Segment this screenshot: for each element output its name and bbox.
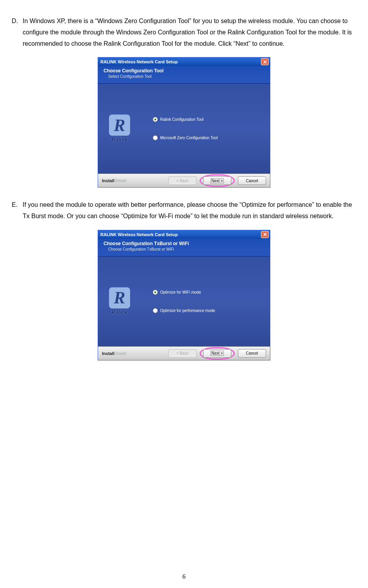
button-group: < Back Next > Cancel [168, 347, 266, 360]
dialog-header-subtitle: Choose Configuration TxBurst or WiFi [108, 247, 266, 251]
brand-bold: Install [102, 178, 114, 183]
window-title: RALINK Wireless Network Card Setup [100, 59, 178, 64]
dialog-header: Choose Configuration Tool Select Configu… [98, 66, 270, 84]
cancel-button[interactable]: Cancel [238, 349, 266, 358]
button-group: < Back Next > Cancel [168, 174, 266, 187]
installer-dialog[interactable]: RALINK Wireless Network Card Setup Choos… [98, 57, 270, 188]
ralink-logo-icon: R [109, 115, 130, 136]
brand-column: R Ralink [98, 256, 141, 346]
dialog-body: R Ralink Optimize for WiFi mode Optimize… [98, 256, 270, 346]
radio-option[interactable]: Optimize for WiFi mode [153, 290, 270, 295]
figure-dialog-1: RALINK Wireless Network Card Setup Choos… [12, 57, 356, 188]
brand-bold: Install [102, 351, 114, 356]
brand-text: Ralink [111, 136, 128, 143]
brand-grey: Shield [114, 351, 127, 356]
next-button-label: Next > [211, 351, 223, 356]
window-title: RALINK Wireless Network Card Setup [100, 232, 178, 237]
highlight-annotation: Next > [200, 174, 235, 187]
ralink-logo-icon: R [109, 287, 130, 308]
highlight-annotation: Next > [200, 347, 235, 360]
dialog-header-subtitle: Select Configuration Tool [108, 74, 266, 79]
radio-icon[interactable] [153, 117, 158, 122]
dialog-footer: InstallShield < Back Next > Cancel [98, 174, 270, 187]
radio-option[interactable]: Microsoft Zero Configuration Tool [153, 135, 270, 140]
brand-column: R Ralink [98, 84, 141, 174]
next-button[interactable]: Next > [203, 176, 231, 185]
radio-options: Ralink Configuration Tool Microsoft Zero… [141, 84, 270, 174]
dialog-body: R Ralink Ralink Configuration Tool Micro… [98, 84, 270, 174]
radio-option[interactable]: Ralink Configuration Tool [153, 117, 270, 122]
radio-icon[interactable] [153, 290, 158, 295]
dialog-header-title: Choose Configuration Tool [104, 68, 266, 74]
radio-icon[interactable] [153, 308, 158, 313]
step-marker: E. [12, 199, 23, 222]
radio-label: Optimize for WiFi mode [160, 290, 201, 294]
radio-option[interactable]: Optimize for performance mode [153, 308, 270, 313]
brand-grey: Shield [114, 178, 127, 183]
step-d: D. In Windows XP, there is a “Windows Ze… [12, 16, 356, 49]
cancel-button[interactable]: Cancel [238, 176, 266, 185]
radio-options: Optimize for WiFi mode Optimize for perf… [141, 256, 270, 346]
titlebar[interactable]: RALINK Wireless Network Card Setup [98, 57, 270, 66]
radio-label: Microsoft Zero Configuration Tool [160, 136, 218, 140]
figure-dialog-2: RALINK Wireless Network Card Setup Choos… [12, 230, 356, 360]
close-icon[interactable] [261, 231, 269, 238]
page-number: 6 [0, 573, 368, 580]
back-button: < Back [168, 349, 197, 358]
dialog-header: Choose Configuration TxBurst or WiFi Cho… [98, 239, 270, 256]
radio-label: Optimize for performance mode [160, 308, 215, 313]
radio-icon[interactable] [153, 135, 158, 140]
titlebar[interactable]: RALINK Wireless Network Card Setup [98, 230, 270, 239]
brand-text: Ralink [111, 309, 128, 316]
step-text: If you need the module to operate with b… [23, 199, 356, 222]
installer-dialog[interactable]: RALINK Wireless Network Card Setup Choos… [98, 230, 270, 360]
step-e: E. If you need the module to operate wit… [12, 199, 356, 222]
installershield-brand: InstallShield [102, 178, 126, 183]
radio-label: Ralink Configuration Tool [160, 117, 204, 122]
close-icon[interactable] [261, 58, 269, 65]
step-marker: D. [12, 16, 23, 49]
installershield-brand: InstallShield [102, 351, 126, 356]
back-button: < Back [168, 176, 197, 185]
dialog-header-title: Choose Configuration TxBurst or WiFi [104, 241, 266, 246]
next-button[interactable]: Next > [203, 349, 231, 358]
dialog-footer: InstallShield < Back Next > Cancel [98, 346, 270, 360]
next-button-label: Next > [211, 178, 223, 183]
step-text: In Windows XP, there is a “Windows Zero … [23, 16, 356, 49]
